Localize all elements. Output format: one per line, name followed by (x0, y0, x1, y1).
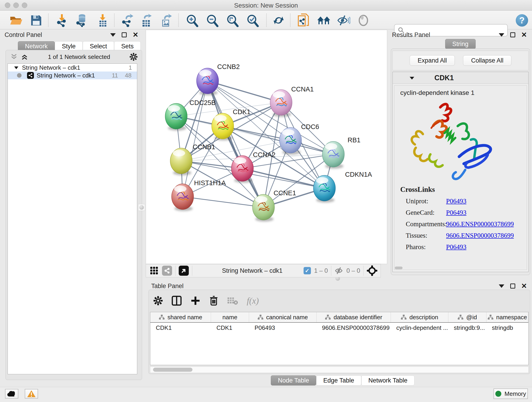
table-cell[interactable]: 9606.ENSP00000378699 (317, 323, 391, 333)
close-panel-icon[interactable]: ✕ (521, 283, 527, 288)
crosslink-link[interactable]: P06493 (446, 243, 467, 251)
left-splitter-handle[interactable] (138, 204, 145, 211)
crosslink-link[interactable]: 9606.ENSP00000378699 (446, 232, 514, 239)
network-node-CCNA2[interactable] (231, 156, 253, 183)
add-column-icon[interactable] (190, 296, 201, 306)
export-image-button[interactable] (158, 14, 173, 27)
column-header-namespace[interactable]: namespace (486, 312, 528, 322)
network-edge-CCNB2-CCNA1[interactable] (208, 81, 281, 102)
show-columns-icon[interactable] (172, 296, 182, 306)
float-panel-icon[interactable] (510, 283, 515, 288)
collapse-all-button[interactable]: Collapse All (463, 55, 511, 66)
gear-icon[interactable] (129, 53, 138, 61)
table-cell[interactable]: CDK1 (211, 323, 249, 333)
close-panel-icon[interactable]: ✕ (133, 32, 138, 37)
warnings-button[interactable] (25, 389, 38, 399)
crosslink-link[interactable]: 9606.ENSP00000378699 (446, 220, 514, 228)
node-table[interactable]: shared namenamecanonical namedatabase id… (150, 312, 529, 365)
scrollbar-thumb[interactable] (153, 368, 192, 372)
selected-checkbox[interactable]: ✓ (304, 267, 311, 274)
network-node-CCNA1[interactable] (270, 89, 292, 117)
network-node-CCNB1[interactable] (170, 148, 192, 175)
hide-selected-button[interactable] (336, 14, 351, 27)
network-node-CDK1[interactable] (212, 113, 234, 140)
collapse-all-icon[interactable] (10, 53, 18, 60)
toolbar-separator (178, 13, 179, 27)
toolbar-divider (363, 266, 364, 276)
show-all-button[interactable] (356, 14, 371, 27)
expand-all-icon[interactable] (21, 53, 29, 60)
zoom-fit-button[interactable] (225, 14, 240, 27)
column-namespace-icon (401, 314, 407, 320)
network-tree: String Network – cdk1 1 String Network –… (7, 64, 137, 374)
tab-node-table[interactable]: Node Table (271, 375, 316, 385)
network-collection-row[interactable]: String Network – cdk1 1 (8, 64, 137, 71)
network-row-selected[interactable]: String Network – cdk1 11 48 (8, 71, 137, 79)
table-row[interactable]: CDK1CDK1P064939606.ENSP00000378699cyclin… (150, 323, 528, 333)
table-horizontal-scrollbar[interactable] (150, 366, 529, 373)
results-panel-title: Results Panel (392, 32, 430, 38)
zoom-in-button[interactable] (185, 14, 199, 27)
show-home-button[interactable] (317, 14, 331, 27)
birdseye-view-icon[interactable] (179, 266, 189, 276)
float-panel-icon[interactable] (122, 32, 127, 37)
table-cell[interactable]: stringdb (486, 323, 528, 333)
column-header-canonical-name[interactable]: canonical name (249, 312, 317, 322)
network-edge-HIST1H1A-CCNE1[interactable] (183, 197, 264, 207)
network-node-RB1[interactable] (322, 141, 344, 169)
column-header-name[interactable]: name (211, 312, 249, 322)
network-node-CCNE1[interactable] (253, 194, 274, 222)
table-cell[interactable]: CDK1 (150, 323, 211, 333)
section-expander-icon[interactable] (409, 76, 415, 80)
import-network-database-button[interactable] (74, 14, 89, 27)
table-cell[interactable]: stringdb:9... (448, 323, 486, 333)
network-canvas[interactable]: CCNB2CCNA1CDC25BCDK1CDC6RB1CCNB1CCNA2CDK… (146, 30, 387, 264)
column-header-database-identifier[interactable]: database identifier (317, 312, 391, 322)
table-cell[interactable]: cyclin-dependent ... (391, 323, 448, 333)
delete-column-icon[interactable] (209, 295, 218, 306)
close-panel-icon[interactable]: ✕ (521, 32, 527, 37)
clone-network-button[interactable] (297, 14, 311, 27)
collapse-panel-icon[interactable] (110, 33, 116, 37)
network-node-CDC25B[interactable] (165, 103, 187, 131)
table-cell[interactable]: P06493 (249, 323, 317, 333)
export-network-button[interactable] (120, 14, 134, 27)
float-panel-icon[interactable] (510, 32, 515, 37)
import-network-file-button[interactable] (55, 14, 69, 27)
function-builder-icon: f(x) (247, 296, 259, 306)
network-node-CDKN1A[interactable] (313, 175, 336, 203)
crosslink-link[interactable]: P06493 (446, 209, 467, 216)
network-edge-CCNB2-CCNE1[interactable] (208, 81, 264, 207)
string-style-icon[interactable] (162, 266, 172, 276)
zoom-out-button[interactable] (205, 14, 220, 27)
crosslink-link[interactable]: P06493 (446, 197, 467, 205)
memory-button[interactable]: Memory (494, 389, 528, 399)
hidden-eye-icon[interactable] (335, 267, 344, 274)
open-session-button[interactable] (9, 14, 23, 27)
zoom-selected-button[interactable] (245, 14, 260, 27)
network-node-CDC6[interactable] (279, 128, 302, 155)
expand-all-button[interactable]: Expand All (410, 55, 455, 66)
tab-edge-table[interactable]: Edge Table (316, 375, 361, 385)
column-header-shared-name[interactable]: shared name (150, 312, 211, 322)
export-table-button[interactable] (139, 14, 153, 27)
network-node-HIST1H1A[interactable] (172, 184, 194, 211)
results-horizontal-scrollbar[interactable] (395, 267, 403, 269)
help-button[interactable]: ? (515, 14, 529, 27)
fit-selected-icon[interactable] (367, 265, 377, 276)
tree-expander-icon[interactable] (14, 65, 19, 70)
apply-layout-button[interactable] (271, 14, 286, 27)
save-session-button[interactable] (29, 14, 44, 27)
cloud-status-button[interactable] (5, 389, 18, 399)
tab-network-table[interactable]: Network Table (361, 375, 415, 385)
column-header--id[interactable]: @id (448, 312, 486, 322)
table-options-gear-icon[interactable] (153, 296, 163, 306)
grid-view-icon[interactable] (150, 267, 158, 275)
network-node-CCNB2[interactable] (196, 68, 219, 95)
import-table-file-button[interactable] (95, 14, 110, 27)
column-header-description[interactable]: description (391, 312, 448, 322)
column-header-label: database identifier (334, 314, 382, 321)
collapse-panel-icon[interactable] (499, 33, 504, 37)
tab-string[interactable]: String (445, 39, 476, 49)
collapse-panel-icon[interactable] (499, 284, 504, 288)
